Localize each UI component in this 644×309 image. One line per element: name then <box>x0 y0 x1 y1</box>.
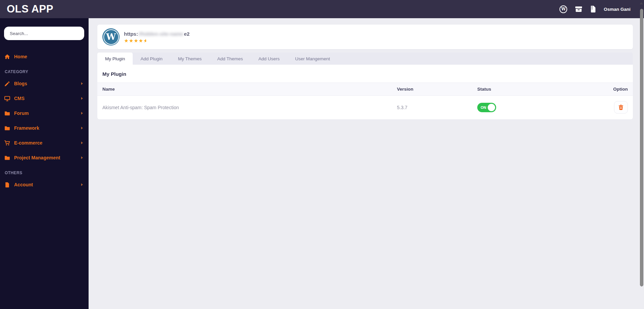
column-header-status: Status <box>472 83 590 96</box>
chevron-right-icon <box>81 82 83 85</box>
main-content: W https://hidden-site-namee2 ★★★★★ My Pl… <box>89 18 644 309</box>
table-header-row: Name Version Status Option <box>97 83 633 96</box>
toggle-on-label: ON <box>481 105 486 110</box>
others-list: Account <box>0 177 89 192</box>
tab-bar: My Plugin Add Plugin My Themes Add Theme… <box>97 53 633 65</box>
sidebar-item-framework[interactable]: Framework <box>0 121 89 135</box>
plugin-status-cell: ON <box>472 96 590 119</box>
file-icon <box>4 182 10 188</box>
trash-icon <box>618 104 624 110</box>
panel-title: My Plugin <box>97 65 633 83</box>
delete-plugin-button[interactable] <box>614 101 628 114</box>
chevron-right-icon <box>81 112 83 115</box>
tab-add-plugin[interactable]: Add Plugin <box>133 53 170 65</box>
tab-add-users[interactable]: Add Users <box>251 53 287 65</box>
sidebar-item-home[interactable]: Home <box>0 49 89 64</box>
my-plugin-panel: My Plugin Name Version Status Option Aki… <box>97 65 633 119</box>
file-zip-icon[interactable] <box>590 6 595 12</box>
folder-icon <box>4 125 10 131</box>
half-star-icon: ★ <box>143 38 146 43</box>
sidebar-section-category: CATEGORY <box>5 69 89 74</box>
sidebar-item-label: Account <box>14 182 33 187</box>
sidebar-item-account[interactable]: Account <box>0 177 89 192</box>
sidebar-item-project-management[interactable]: Project Management <box>0 150 89 165</box>
folder-icon <box>4 111 10 116</box>
desktop-icon <box>4 96 10 101</box>
app-logo[interactable]: OLS APP <box>7 3 53 15</box>
search-input[interactable] <box>4 27 84 40</box>
cart-icon <box>4 140 10 146</box>
site-url: https://hidden-site-namee2 <box>124 31 190 37</box>
scroll-up-arrow-icon[interactable] <box>640 2 643 4</box>
tab-user-mangement[interactable]: User Mangement <box>287 53 338 65</box>
column-header-option: Option <box>590 83 633 96</box>
tab-my-plugin[interactable]: My Plugin <box>97 53 133 65</box>
redacted-url-segment: //hidden-site-name <box>139 31 184 37</box>
sidebar: Home CATEGORY Blogs CMS Forum <box>0 18 89 309</box>
sidebar-item-label: Home <box>14 54 27 59</box>
site-header-card: W https://hidden-site-namee2 ★★★★★ <box>97 25 633 49</box>
topbar-actions: W Osman Gani <box>559 5 636 13</box>
status-toggle[interactable]: ON <box>477 103 496 112</box>
chevron-right-icon <box>81 142 83 144</box>
column-header-name: Name <box>97 83 392 96</box>
sidebar-item-label: Forum <box>14 111 29 116</box>
chevron-right-icon <box>81 97 83 100</box>
sidebar-item-ecommerce[interactable]: E-commerce <box>0 135 89 150</box>
sidebar-item-cms[interactable]: CMS <box>0 91 89 106</box>
chevron-right-icon <box>81 183 83 186</box>
tab-my-themes[interactable]: My Themes <box>170 53 210 65</box>
sidebar-section-others: OTHERS <box>5 171 89 175</box>
vertical-scrollbar[interactable] <box>639 0 644 309</box>
sidebar-item-label: E-commerce <box>14 140 42 146</box>
archive-box-icon[interactable] <box>575 6 582 12</box>
tab-add-themes[interactable]: Add Themes <box>210 53 251 65</box>
pen-icon <box>4 81 10 87</box>
wordpress-avatar: W <box>102 28 120 45</box>
folder-icon <box>4 155 10 161</box>
star-rating: ★★★★★ <box>124 38 190 43</box>
column-header-version: Version <box>392 83 473 96</box>
table-row: Akismet Anti-spam: Spam Protection 5.3.7… <box>97 96 633 119</box>
sidebar-item-blogs[interactable]: Blogs <box>0 76 89 91</box>
toggle-knob <box>488 104 495 111</box>
plugins-table: Name Version Status Option Akismet Anti-… <box>97 83 633 119</box>
sidebar-item-label: Framework <box>14 125 39 131</box>
home-icon <box>4 54 10 60</box>
sidebar-item-label: CMS <box>14 96 25 101</box>
sidebar-item-label: Project Management <box>14 155 60 160</box>
topbar: OLS APP W Osman Gani <box>0 0 644 18</box>
scrollbar-thumb[interactable] <box>640 9 643 286</box>
sidebar-item-forum[interactable]: Forum <box>0 106 89 121</box>
plugin-name-cell: Akismet Anti-spam: Spam Protection <box>97 96 392 119</box>
wordpress-icon[interactable]: W <box>559 5 567 13</box>
plugin-version-cell: 5.3.7 <box>392 96 473 119</box>
sidebar-item-label: Blogs <box>14 81 27 86</box>
user-name[interactable]: Osman Gani <box>604 7 631 12</box>
chevron-right-icon <box>81 127 83 129</box>
category-list: Blogs CMS Forum Framework <box>0 76 89 165</box>
plugin-option-cell <box>590 96 633 119</box>
chevron-right-icon <box>81 156 83 159</box>
